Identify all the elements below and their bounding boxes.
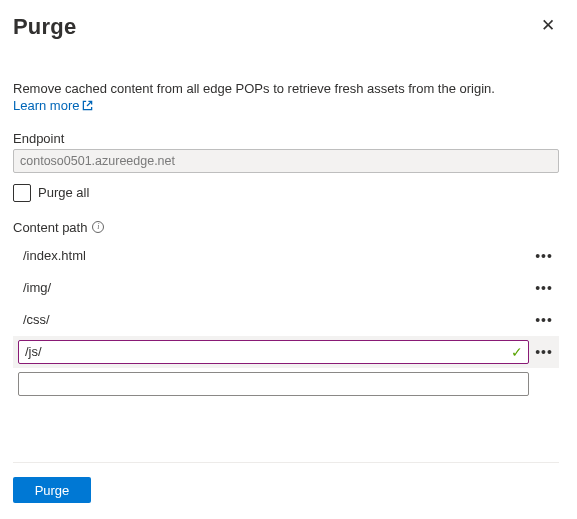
content-path-input-wrap: ✓ — [18, 340, 529, 364]
purge-panel: Purge ✕ Remove cached content from all e… — [0, 0, 577, 519]
row-more-icon[interactable]: ••• — [529, 312, 559, 328]
content-path-row: /index.html••• — [13, 240, 559, 272]
info-icon[interactable]: i — [92, 221, 104, 233]
purge-all-checkbox[interactable] — [13, 184, 31, 202]
row-more-icon[interactable]: ••• — [529, 248, 559, 264]
panel-footer: Purge — [13, 477, 91, 503]
endpoint-input — [13, 149, 559, 173]
content-path-row: /css/••• — [13, 304, 559, 336]
content-path-row: ✓••• — [13, 336, 559, 368]
content-path-value[interactable]: /index.html — [23, 248, 529, 263]
footer-divider — [13, 462, 559, 463]
row-more-icon[interactable]: ••• — [529, 280, 559, 296]
content-path-row: /img/••• — [13, 272, 559, 304]
content-path-label: Content path i — [13, 220, 559, 235]
purge-button[interactable]: Purge — [13, 477, 91, 503]
endpoint-label: Endpoint — [13, 131, 559, 146]
content-path-label-text: Content path — [13, 220, 87, 235]
content-path-new-row — [13, 372, 559, 396]
content-path-value[interactable]: /img/ — [23, 280, 529, 295]
learn-more-label: Learn more — [13, 98, 79, 113]
purge-all-row: Purge all — [13, 184, 559, 202]
content-path-value[interactable]: /css/ — [23, 312, 529, 327]
panel-header: Purge ✕ — [13, 14, 559, 40]
content-path-list: /index.html•••/img/•••/css/•••✓••• — [13, 240, 559, 368]
purge-all-label: Purge all — [38, 185, 89, 200]
close-icon[interactable]: ✕ — [537, 14, 559, 37]
content-path-input[interactable] — [18, 340, 529, 364]
panel-description: Remove cached content from all edge POPs… — [13, 80, 559, 98]
learn-more-link[interactable]: Learn more — [13, 98, 93, 113]
row-more-icon[interactable]: ••• — [529, 344, 559, 360]
panel-title: Purge — [13, 14, 76, 40]
external-link-icon — [82, 100, 93, 111]
content-path-new-input[interactable] — [18, 372, 529, 396]
